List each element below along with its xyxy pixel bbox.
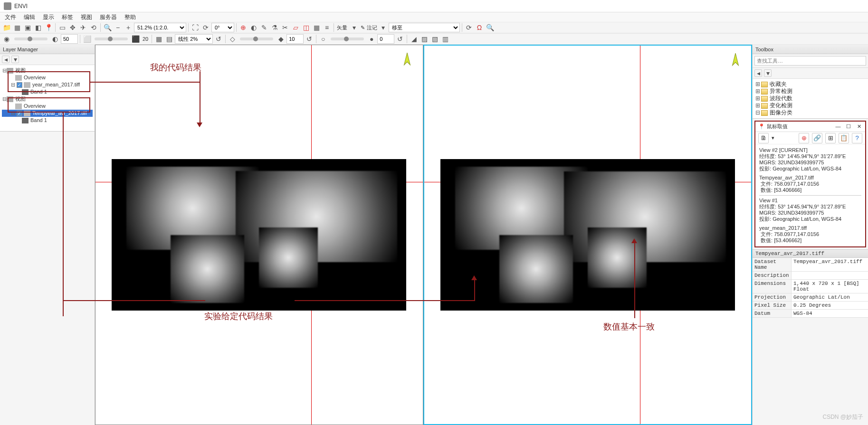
portal-icon[interactable]: ◢ — [409, 34, 419, 44]
close-icon[interactable]: ✕ — [856, 123, 862, 130]
vector-dd-icon[interactable]: ▾ — [349, 23, 359, 32]
reset-icon[interactable]: ↺ — [214, 34, 223, 44]
crosshair-icon[interactable]: ⊕ — [238, 23, 248, 32]
north-arrow-icon — [401, 52, 413, 67]
tbx-btn-a[interactable]: ◂ — [754, 69, 762, 77]
menu-help[interactable]: 整助 — [122, 12, 139, 22]
tool-a-icon[interactable]: ✎ — [259, 23, 269, 32]
tree-file-2[interactable]: Tempyear_avr_2017.tiff — [32, 110, 87, 117]
rotate-tool-icon[interactable]: ⟳ — [201, 23, 210, 32]
menu-server[interactable]: 服务器 — [97, 12, 120, 22]
tree-view-1[interactable]: 视图 — [15, 67, 26, 74]
toolbox-tree[interactable]: ⊞收藏夹 ⊞异常检测 ⊞波段代数 ⊞变化检测 ⊟图像分类 — [753, 79, 868, 119]
trans-b-icon[interactable]: ● — [367, 34, 376, 44]
menu-file[interactable]: 文件 — [2, 12, 19, 22]
tbx-change[interactable]: 变化检测 — [770, 102, 792, 109]
brightness-input[interactable] — [61, 34, 78, 44]
search-icon[interactable]: 🔍 — [485, 23, 495, 32]
goto-select[interactable]: 移至 — [389, 23, 460, 32]
trans-a-icon[interactable]: ○ — [318, 34, 328, 44]
select-icon[interactable]: ▭ — [57, 23, 67, 32]
zoom-level-select[interactable]: 51.2% (1:2.0. — [134, 23, 186, 32]
layer-btn-a[interactable]: ◂ — [2, 56, 10, 63]
annotate-dd-icon[interactable]: ▾ — [378, 23, 388, 32]
rotate-select[interactable]: 0° — [211, 23, 234, 32]
stretch-b-icon[interactable]: ⬛ — [131, 34, 140, 44]
stretch-select[interactable]: 线性 2% — [175, 34, 213, 44]
cv-file2: Tempyear_avr_2017.tiff — [759, 175, 861, 181]
tool-b-icon[interactable]: ⚗ — [270, 23, 279, 32]
contrast2-icon[interactable]: ◐ — [50, 34, 60, 44]
cursor-value-icon[interactable]: 📍 — [44, 23, 53, 32]
tool-c-icon[interactable]: ✂ — [280, 23, 290, 32]
north-arrow-icon — [729, 52, 742, 67]
rotate-icon[interactable]: ⟲ — [89, 23, 98, 32]
stop-icon[interactable]: Ω — [475, 23, 484, 32]
meta-key: Description — [753, 272, 792, 279]
hist-icon[interactable]: ▦ — [154, 34, 163, 44]
menu-view[interactable]: 视图 — [78, 12, 95, 22]
tree-band-2[interactable]: Band 1 — [30, 117, 47, 124]
roi2-icon[interactable]: ◫ — [301, 23, 311, 32]
trans-reset-icon[interactable]: ↺ — [395, 34, 405, 44]
tbx-fav[interactable]: 收藏夹 — [770, 81, 787, 88]
layer-icon[interactable]: ≡ — [322, 23, 332, 32]
grid-icon[interactable]: ▦ — [312, 23, 321, 32]
tbx-btn-b[interactable]: ▾ — [764, 69, 772, 77]
flicker-icon[interactable]: ▧ — [430, 34, 439, 44]
cursor-copy-icon[interactable]: 📋 — [839, 133, 849, 143]
view-2[interactable] — [423, 45, 753, 425]
minimize-icon[interactable]: — — [835, 123, 841, 130]
display-icon[interactable]: ▣ — [23, 23, 32, 32]
contrast-icon[interactable]: ◐ — [249, 23, 258, 32]
toolbox-search-input[interactable] — [754, 56, 866, 66]
brightness-icon[interactable]: ◉ — [2, 34, 11, 44]
trans-slider[interactable] — [331, 38, 364, 40]
cursor-link-icon[interactable]: 🔗 — [812, 133, 822, 143]
refresh-icon[interactable]: ⟳ — [464, 23, 474, 32]
tree-view-2[interactable]: 视图 — [15, 95, 26, 103]
layer-btn-b[interactable]: ▾ — [11, 56, 19, 63]
layer-tree[interactable]: ⊟视图 Overview ⊟year_mean_2017.tiff Band 1… — [0, 65, 95, 132]
sharpen-slider[interactable] — [240, 38, 273, 40]
sharpen-a-icon[interactable]: ◇ — [228, 34, 237, 44]
sharpen-input[interactable] — [286, 34, 304, 44]
tree-overview-2[interactable]: Overview — [24, 103, 46, 110]
data-manager-icon[interactable]: ▦ — [12, 23, 22, 32]
pan-icon[interactable]: ✥ — [68, 23, 77, 32]
zoom-out-icon[interactable]: − — [113, 23, 123, 32]
sharpen-b-icon[interactable]: ◆ — [276, 34, 286, 44]
stretch-a-icon[interactable]: ⬜ — [82, 34, 92, 44]
cursor-grid-icon[interactable]: ⊞ — [825, 133, 836, 143]
tbx-anomaly[interactable]: 异常检测 — [770, 88, 792, 95]
cursor-target-icon[interactable]: ⊕ — [799, 133, 809, 143]
maximize-icon[interactable]: ☐ — [845, 123, 852, 130]
tree-band-1[interactable]: Band 1 — [30, 88, 47, 95]
swipe-icon[interactable]: ▥ — [440, 34, 450, 44]
tbx-classify[interactable]: 图像分类 — [770, 109, 792, 116]
brightness-slider[interactable] — [14, 38, 48, 40]
tree-file-1[interactable]: year_mean_2017.tiff — [32, 81, 80, 88]
eq-icon[interactable]: ▤ — [164, 34, 174, 44]
menu-label[interactable]: 标签 — [59, 12, 76, 22]
cv-file1: year_mean_2017.tiff — [759, 225, 861, 231]
tbx-bandmath[interactable]: 波段代数 — [770, 95, 792, 102]
menu-display[interactable]: 显示 — [40, 12, 57, 22]
open-icon[interactable]: 📁 — [2, 23, 11, 32]
zoom-in-icon[interactable]: + — [124, 23, 133, 32]
fly-icon[interactable]: ✈ — [78, 23, 88, 32]
zoom-tool-icon[interactable]: 🔍 — [103, 23, 112, 32]
trans-input[interactable] — [377, 34, 394, 44]
meta-key: Datum — [753, 310, 792, 317]
menu-edit[interactable]: 编辑 — [21, 12, 38, 22]
cursor-help-icon[interactable]: ? — [852, 133, 862, 143]
cursor-new-icon[interactable]: 🗎 — [758, 133, 769, 143]
fit-icon[interactable]: ⛶ — [191, 23, 200, 32]
sharpen-reset-icon[interactable]: ↺ — [305, 34, 314, 44]
chip-icon[interactable]: ◧ — [33, 23, 43, 32]
roi-icon[interactable]: ▱ — [291, 23, 300, 32]
tree-overview-1[interactable]: Overview — [24, 74, 46, 81]
view-1[interactable] — [95, 45, 423, 425]
stretch-slider[interactable] — [95, 38, 128, 40]
blend-icon[interactable]: ▨ — [420, 34, 429, 44]
